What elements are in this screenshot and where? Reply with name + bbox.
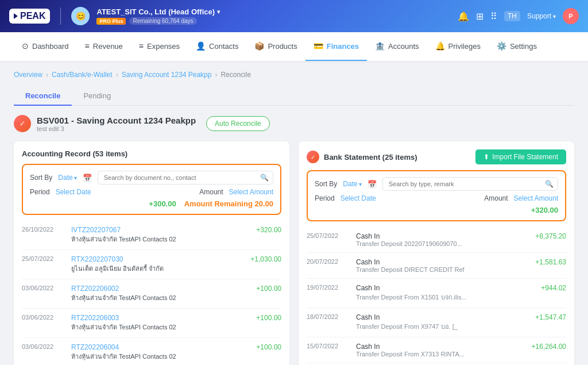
accounting-amount-label: Amount (199, 188, 223, 196)
nav-expenses[interactable]: ≡ Expenses (131, 32, 188, 61)
accounting-panel-title: Accounting Record (53 items) (22, 149, 127, 158)
company-name[interactable]: ATEST_SIT Co., Ltd (Head Office) ▾ (96, 7, 220, 16)
accounting-remaining: Amount Remaining 20.00 (184, 199, 273, 208)
expenses-icon: ≡ (139, 41, 144, 51)
header-divider (60, 7, 61, 25)
list-item[interactable]: 20/07/2022 Cash In Transfer Deposit DIRE… (307, 253, 566, 279)
nav-revenue[interactable]: ≡ Revenue (77, 32, 131, 61)
header-right: 🔔 ⊞ ⠿ TH Support ▾ P (458, 8, 579, 24)
table-row[interactable]: 25/07/2022 RTX2202207030 ยูไนเต็ด อลูมิเ… (22, 250, 281, 279)
nav-finances[interactable]: 💳 Finances (305, 32, 367, 61)
support-button[interactable]: Support ▾ (527, 12, 556, 20)
bank-sort-value[interactable]: Date ▾ (343, 180, 361, 188)
nav-accounts-label: Accounts (388, 42, 419, 51)
table-row[interactable]: 26/10/2022 IVTZ202207067 ห้างหุ้นส่วนจำก… (22, 221, 281, 250)
support-chevron: ▾ (553, 13, 556, 20)
bank-amount-row: +320.00 (315, 206, 558, 214)
finances-icon: 💳 (314, 41, 323, 51)
import-icon: ⬆ (483, 153, 489, 161)
list-item[interactable]: 19/07/2022 Cash In Transfer Deposit From… (307, 279, 566, 308)
header-left: PEAK 😊 ATEST_SIT Co., Ltd (Head Office) … (9, 7, 220, 25)
nav-finances-label: Finances (327, 42, 359, 51)
breadcrumb-overview[interactable]: Overview (14, 71, 42, 79)
language-badge[interactable]: TH (504, 11, 520, 21)
accounting-panel-header: Accounting Record (53 items) (22, 149, 281, 158)
logo[interactable]: PEAK (9, 9, 50, 24)
account-subtitle: test edit 3 (37, 125, 196, 132)
company-avatar: 😊 (71, 7, 90, 25)
account-icon: ✓ (14, 115, 31, 132)
bank-search-input[interactable] (382, 177, 558, 191)
table-row[interactable]: 03/06/2022 RTZ202206004 ห้างหุ้นส่วนจำกั… (22, 338, 281, 365)
bell-icon[interactable]: 🔔 (458, 11, 469, 22)
breadcrumb-cash-bank[interactable]: Cash/Bank/e-Wallet (52, 71, 113, 79)
bank-sort-chevron: ▾ (359, 181, 362, 187)
main-nav: ⊙ Dashboard ≡ Revenue ≡ Expenses 👤 Conta… (0, 32, 588, 62)
nav-privileges[interactable]: 🔔 Privileges (427, 32, 489, 61)
calendar-icon[interactable]: 📅 (83, 174, 92, 182)
account-info: BSV001 - Saving Account 1234 Peakpp test… (37, 116, 196, 132)
header: PEAK 😊 ATEST_SIT Co., Ltd (Head Office) … (0, 0, 588, 32)
bank-period-value[interactable]: Select Date (341, 194, 376, 202)
bank-panel-header: ✓ Bank Statement (25 items) ⬆ Import Fil… (307, 149, 566, 164)
tab-pending[interactable]: Pending (72, 87, 122, 106)
nav-accounts[interactable]: 🏦 Accounts (367, 32, 427, 61)
nav-settings[interactable]: ⚙️ Settings (489, 32, 545, 61)
table-row[interactable]: 03/06/2022 RTZ202206003 ห้างหุ้นส่วนจำกั… (22, 309, 281, 338)
privileges-icon: 🔔 (435, 41, 445, 51)
accounts-icon: 🏦 (375, 41, 385, 51)
settings-icon: ⚙️ (497, 41, 506, 51)
breadcrumb-current: Reconcile (220, 71, 251, 79)
accounting-sort-value[interactable]: Date ▾ (58, 174, 76, 182)
nav-revenue-label: Revenue (93, 42, 123, 51)
bank-amount-value[interactable]: Select Amount (514, 194, 558, 202)
accounting-transactions: 26/10/2022 IVTZ202207067 ห้างหุ้นส่วนจำก… (22, 221, 281, 365)
accounting-period-value[interactable]: Select Date (56, 188, 91, 196)
accounting-sort-label: Sort By (30, 174, 52, 182)
accounting-amount-value[interactable]: Select Amount (229, 188, 273, 196)
accounting-record-panel: Accounting Record (53 items) Sort By Dat… (14, 141, 289, 365)
bank-panel-icon: ✓ (307, 151, 319, 163)
contacts-icon: 👤 (196, 41, 206, 51)
account-header: ✓ BSV001 - Saving Account 1234 Peakpp te… (14, 115, 574, 132)
bank-calendar-icon[interactable]: 📅 (368, 180, 377, 189)
list-item[interactable]: 15/07/2022 Cash In Transfer Deposit From… (307, 337, 566, 363)
logo-text: PEAK (20, 11, 45, 21)
breadcrumb: Overview › Cash/Bank/e-Wallet › Saving A… (14, 71, 574, 79)
nav-privileges-label: Privileges (448, 42, 481, 51)
accounting-period-row: Period Select Date Amount Select Amount (30, 188, 273, 196)
list-item[interactable]: 18/07/2022 Cash In Transfer Deposit From… (307, 308, 566, 337)
apps-icon[interactable]: ⠿ (490, 11, 497, 22)
accounting-search-icon: 🔍 (260, 174, 269, 182)
nav-dashboard[interactable]: ⊙ Dashboard (14, 32, 77, 61)
account-title: BSV001 - Saving Account 1234 Peakpp (37, 116, 196, 125)
nav-products[interactable]: 📦 Products (246, 32, 305, 61)
accounting-search-wrapper: 🔍 (98, 171, 273, 185)
accounting-search-input[interactable] (98, 171, 273, 185)
bank-period-row: Period Select Date Amount Select Amount (315, 194, 558, 202)
company-info: ATEST_SIT Co., Ltd (Head Office) ▾ PRO P… (96, 7, 220, 25)
user-avatar[interactable]: P (563, 8, 579, 24)
bank-total: +320.00 (531, 206, 558, 214)
bank-sort-row: Sort By Date ▾ 📅 🔍 (315, 177, 558, 191)
breadcrumb-sep-1: › (46, 71, 48, 79)
auto-reconcile-button[interactable]: Auto Reconcile (206, 116, 270, 131)
bank-period-label: Period (315, 194, 335, 202)
reconcile-panels: Accounting Record (53 items) Sort By Dat… (14, 141, 574, 365)
bank-statement-panel: ✓ Bank Statement (25 items) ⬆ Import Fil… (299, 141, 574, 365)
nav-contacts-label: Contacts (209, 42, 238, 51)
nav-contacts[interactable]: 👤 Contacts (188, 32, 246, 61)
import-file-button[interactable]: ⬆ Import File Statement (475, 149, 566, 164)
bank-filter-box: Sort By Date ▾ 📅 🔍 Period Select Date (307, 170, 566, 221)
grid-icon[interactable]: ⊞ (476, 11, 483, 22)
table-row[interactable]: 03/06/2022 RTZ202206002 ห้างหุ้นส่วนจำกั… (22, 279, 281, 309)
breadcrumb-account-name[interactable]: Saving Account 1234 Peakpp (122, 71, 212, 79)
list-item[interactable]: 25/07/2022 Cash In Transfer Deposit 2022… (307, 227, 566, 253)
tab-reconcile[interactable]: Reconcile (14, 87, 72, 106)
nav-dashboard-label: Dashboard (32, 42, 69, 51)
page-content: Overview › Cash/Bank/e-Wallet › Saving A… (0, 62, 588, 365)
bank-sort-label: Sort By (315, 180, 337, 188)
bank-statements: 25/07/2022 Cash In Transfer Deposit 2022… (307, 227, 566, 363)
accounting-total: +300.00 (149, 199, 176, 208)
products-icon: 📦 (254, 41, 264, 51)
